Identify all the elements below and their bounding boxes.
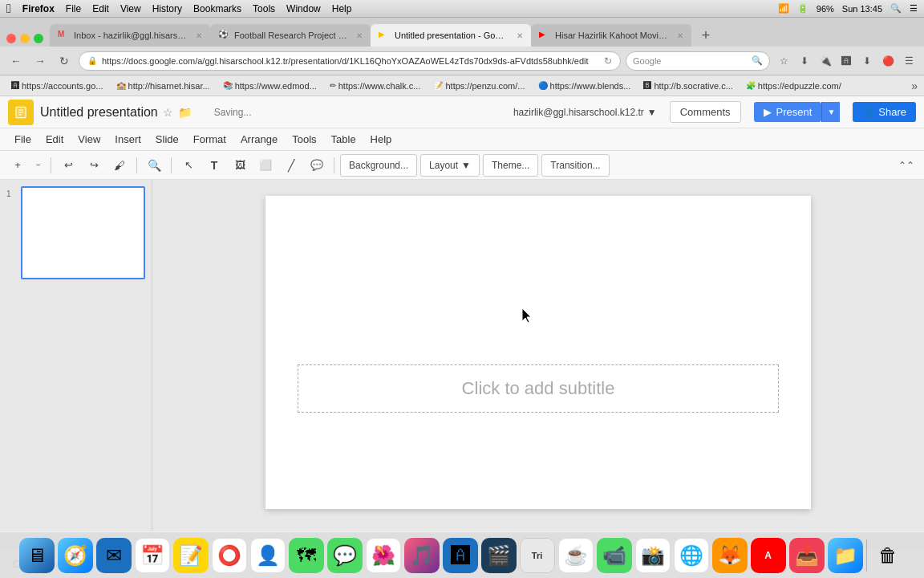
refresh-address-icon[interactable]: ↻ — [604, 55, 612, 67]
dock-java[interactable]: ☕ — [558, 538, 594, 573]
tab-football[interactable]: ⚽ Football Research Project -... ✕ — [210, 24, 371, 47]
dock-photos[interactable]: 🌺 — [366, 538, 401, 573]
tab-slides-close[interactable]: ✕ — [517, 31, 523, 40]
bookmark-blends[interactable]: 🔵 https://www.blends... — [533, 79, 636, 92]
line-tool-btn[interactable]: ╱ — [280, 154, 302, 177]
back-btn[interactable]: ← — [6, 51, 26, 71]
dock-appstore[interactable]: 🅰 — [443, 538, 478, 573]
search-box[interactable]: Google 🔍 — [626, 51, 770, 71]
menu-file[interactable]: File — [8, 131, 38, 148]
dock-pocket[interactable]: 📥 — [789, 538, 825, 573]
tab-youtube[interactable]: ▶ Hisar Hazirlik Kahoot Movie-... ✕ — [531, 24, 691, 47]
close-window-btn[interactable] — [6, 34, 16, 43]
extension3-btn[interactable]: 🔴 — [879, 52, 897, 70]
menu-tools[interactable]: Tools — [253, 3, 275, 14]
extension2-btn[interactable]: ⬇ — [858, 52, 876, 70]
background-btn[interactable]: Background... — [340, 154, 417, 177]
download-btn[interactable]: ⬇ — [796, 52, 813, 70]
maximize-window-btn[interactable] — [34, 34, 43, 43]
menu-help[interactable]: Help — [332, 3, 352, 14]
menu-history[interactable]: History — [152, 3, 182, 14]
tab-slides[interactable]: ▶ Untitled presentation - Googl... ✕ — [371, 24, 531, 47]
menu-view[interactable]: View — [120, 3, 141, 14]
menu-help[interactable]: Help — [364, 131, 399, 148]
menu-format[interactable]: Format — [187, 131, 233, 148]
apple-menu[interactable]:  — [6, 2, 11, 16]
bookmark-star-btn[interactable]: ☆ — [775, 52, 792, 70]
dock-folder[interactable]: 📁 — [828, 538, 863, 573]
comments-button[interactable]: Comments — [670, 101, 741, 123]
user-account[interactable]: hazirlik@ggl.hisarschool.k12.tr ▼ — [513, 107, 657, 118]
bars-icon[interactable]: ☰ — [910, 3, 918, 14]
dock-notes[interactable]: 📝 — [173, 538, 209, 573]
menu-btn[interactable]: ☰ — [900, 52, 918, 70]
redo-btn[interactable]: ↪ — [83, 154, 105, 177]
tab-football-close[interactable]: ✕ — [356, 31, 363, 40]
dock-chrome[interactable]: 🌐 — [674, 538, 709, 573]
menu-table[interactable]: Table — [325, 131, 363, 148]
dock-calendar[interactable]: 📅 — [135, 538, 170, 573]
dock-finder[interactable]: 🖥 — [19, 538, 55, 573]
undo-btn[interactable]: ↩ — [57, 154, 79, 177]
dock-safari[interactable]: 🧭 — [58, 538, 93, 573]
menu-arrange[interactable]: Arrange — [234, 131, 284, 148]
zoom-in-btn[interactable]: + — [6, 154, 29, 177]
dock-firefox[interactable]: 🦊 — [712, 538, 748, 573]
theme-btn[interactable]: Theme... — [483, 154, 538, 177]
bookmark-chalk[interactable]: ✏ https://www.chalk.c... — [325, 79, 426, 92]
bookmark-edmod[interactable]: 📚 https://www.edmod... — [218, 79, 322, 92]
zoom-level-btn[interactable]: 🔍 — [143, 154, 165, 177]
bookmark-penzu[interactable]: 📝 https://penzu.com/... — [428, 79, 529, 92]
dock-reminders[interactable]: ⭕ — [212, 538, 247, 573]
menu-file[interactable]: File — [66, 3, 81, 14]
menu-view[interactable]: View — [71, 131, 107, 148]
dock-itunes[interactable]: 🎵 — [404, 538, 440, 573]
minimize-window-btn[interactable] — [20, 34, 30, 43]
image-tool-btn[interactable]: 🖼 — [229, 154, 251, 177]
menu-edit[interactable]: Edit — [92, 3, 109, 14]
bookmark-socrative[interactable]: 🅱 http://b.socrative.c... — [638, 79, 737, 92]
share-button[interactable]: 👤 Share — [853, 102, 916, 122]
paint-format-btn[interactable]: 🖌 — [108, 154, 131, 177]
present-dropdown-btn[interactable]: ▼ — [821, 102, 840, 122]
refresh-btn[interactable]: ↻ — [55, 51, 74, 71]
text-tool-btn[interactable]: T — [203, 154, 225, 177]
move-to-folder-icon[interactable]: 📁 — [178, 106, 192, 119]
dock-contacts[interactable]: 👤 — [250, 538, 286, 573]
extension1-btn[interactable]: 🅰 — [837, 52, 855, 70]
shape-tool-btn[interactable]: ⬜ — [254, 154, 277, 177]
toolbar-collapse-btn[interactable]: ⌃⌃ — [895, 154, 918, 177]
dock-trash[interactable]: 🗑 — [870, 538, 906, 573]
new-tab-btn[interactable]: + — [695, 24, 717, 47]
favorite-star-icon[interactable]: ☆ — [163, 106, 173, 119]
select-tool-btn[interactable]: ↖ — [177, 154, 200, 177]
menu-bookmarks[interactable]: Bookmarks — [193, 3, 241, 14]
dock-iphoto[interactable]: 📸 — [635, 538, 671, 573]
menu-slide[interactable]: Slide — [149, 131, 185, 148]
tab-gmail-close[interactable]: ✕ — [196, 31, 202, 40]
subtitle-text-box[interactable]: Click to add subtitle — [298, 364, 779, 413]
comment-tool-btn[interactable]: 💬 — [306, 154, 328, 177]
menu-edit[interactable]: Edit — [39, 131, 70, 148]
dock-acrobat[interactable]: A — [751, 538, 786, 573]
dock-facetime[interactable]: 📹 — [597, 538, 632, 573]
menu-firefox[interactable]: Firefox — [22, 3, 55, 14]
slide-canvas[interactable]: Click to add subtitle — [265, 196, 811, 509]
search-icon[interactable]: 🔍 — [890, 3, 902, 14]
dock-maps[interactable]: 🗺 — [289, 538, 324, 573]
dock-mail[interactable]: ✉ — [96, 538, 132, 573]
present-button[interactable]: ▶ Present — [754, 102, 822, 122]
transition-btn[interactable]: Transition... — [541, 154, 609, 177]
tab-youtube-close[interactable]: ✕ — [677, 31, 683, 40]
slide-editor[interactable]: Click to add subtitle — [152, 180, 924, 549]
slide-thumbnail-1[interactable] — [21, 186, 145, 279]
bookmark-accounts[interactable]: 🅰 https://accounts.go... — [6, 79, 108, 92]
bookmark-edpuzzle[interactable]: 🧩 https://edpuzzle.com/ — [741, 79, 846, 92]
layout-btn[interactable]: Layout ▼ — [420, 154, 480, 177]
dock-imovie[interactable]: 🎬 — [481, 538, 517, 573]
menu-window[interactable]: Window — [286, 3, 321, 14]
bookmark-hisarnet[interactable]: 🏫 http://hisarnet.hisar... — [111, 79, 215, 92]
plugin-btn[interactable]: 🔌 — [817, 52, 834, 70]
account-dropdown-icon[interactable]: ▼ — [647, 107, 657, 118]
menu-tools[interactable]: Tools — [286, 131, 322, 148]
